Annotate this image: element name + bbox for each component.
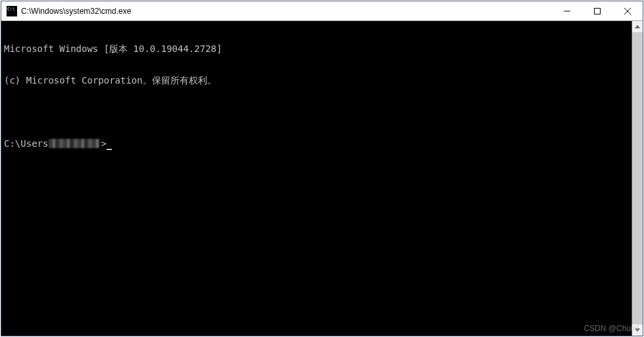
vertical-scrollbar[interactable] — [632, 21, 643, 336]
close-button[interactable] — [612, 1, 643, 20]
svg-marker-4 — [635, 25, 640, 28]
scroll-down-button[interactable] — [632, 324, 643, 336]
window-title: C:\Windows\system32\cmd.exe — [21, 7, 552, 16]
chevron-down-icon — [635, 328, 640, 332]
copyright-line: (c) Microsoft Corporation。保留所有权利。 — [4, 75, 629, 86]
scroll-track[interactable] — [632, 32, 643, 324]
maximize-button[interactable] — [582, 1, 612, 20]
window-controls — [552, 1, 643, 20]
svg-marker-5 — [635, 328, 640, 332]
client-area: Microsoft Windows [版本 10.0.19044.2728] (… — [1, 21, 643, 336]
cmd-icon — [7, 6, 17, 16]
prompt-marker: > — [101, 138, 106, 149]
redacted-username — [49, 139, 100, 148]
terminal-output[interactable]: Microsoft Windows [版本 10.0.19044.2728] (… — [1, 21, 632, 336]
cmd-window: C:\Windows\system32\cmd.exe Microsoft Wi… — [1, 1, 643, 336]
cursor-icon — [107, 149, 112, 150]
minimize-button[interactable] — [552, 1, 582, 20]
scroll-thumb[interactable] — [632, 32, 643, 324]
version-line: Microsoft Windows [版本 10.0.19044.2728] — [4, 43, 629, 54]
chevron-up-icon — [635, 25, 640, 28]
minimize-icon — [564, 8, 570, 14]
prompt-line: C:\Users> — [4, 138, 629, 149]
titlebar[interactable]: C:\Windows\system32\cmd.exe — [1, 1, 643, 21]
svg-rect-1 — [595, 8, 601, 14]
maximize-icon — [594, 8, 601, 14]
scroll-up-button[interactable] — [632, 21, 643, 32]
blank-line — [4, 107, 629, 117]
close-icon — [624, 8, 631, 14]
prompt-path-left: C:\Users — [4, 138, 48, 149]
